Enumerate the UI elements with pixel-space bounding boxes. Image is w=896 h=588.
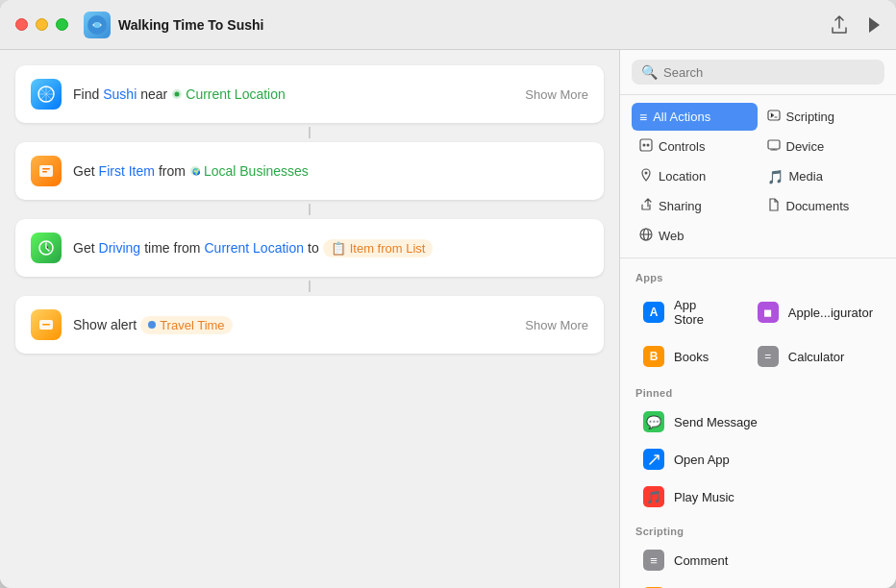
location-icon: [639, 168, 653, 184]
pinned-section-header: Pinned: [620, 378, 896, 403]
get-label: Get: [73, 163, 95, 179]
scripting-icon: [767, 109, 781, 125]
svg-point-16: [647, 144, 650, 147]
category-sharing[interactable]: Sharing: [632, 192, 758, 220]
show-alert-icon: [31, 309, 62, 340]
near-label: near: [140, 86, 167, 102]
search-bar: 🔍: [620, 50, 896, 95]
svg-rect-7: [42, 171, 47, 173]
list-item-app-store[interactable]: A App Store: [628, 290, 740, 334]
category-device[interactable]: Device: [759, 133, 885, 160]
local-businesses-token[interactable]: 🌍 Local Businesses: [189, 163, 309, 179]
send-message-label: Send Message: [674, 415, 758, 429]
apps-section-header: Apps: [620, 262, 896, 287]
maximize-button[interactable]: [56, 18, 68, 31]
scripting-section-header: Scripting: [620, 516, 896, 541]
categories-grid: ≡ All Actions Scripting Controls: [620, 95, 896, 258]
category-web[interactable]: Web: [632, 222, 758, 250]
window-title: Walking Time To Sushi: [118, 17, 263, 33]
get-driving-icon: [31, 233, 62, 263]
current-location-token-2[interactable]: Current Location: [205, 240, 305, 256]
from-label-1: from: [159, 163, 186, 179]
actions-sidebar: 🔍 ≡ All Actions Scripting: [619, 50, 896, 588]
apple-igurator-icon: ◼: [758, 302, 779, 323]
list-item-play-music[interactable]: 🎵 Play Music: [628, 478, 888, 515]
connector-2: [309, 204, 311, 215]
item-from-list-token[interactable]: 📋Item from List: [323, 239, 434, 257]
category-media[interactable]: 🎵 Media: [759, 162, 885, 190]
title-actions: [831, 15, 881, 35]
list-item-books[interactable]: B Books: [628, 338, 740, 375]
device-icon: [767, 138, 781, 155]
close-button[interactable]: [15, 18, 28, 31]
media-label: Media: [789, 169, 823, 184]
open-app-icon: [643, 449, 664, 470]
find-label: Find: [73, 86, 99, 102]
app-store-label: App Store: [674, 298, 725, 327]
get-first-content: Get First Item from 🌍 Local Businesses: [73, 163, 588, 179]
title-bar: Walking Time To Sushi: [0, 0, 896, 50]
documents-icon: [767, 198, 781, 214]
svg-rect-17: [768, 140, 780, 149]
app-icon: [84, 12, 111, 38]
driving-token[interactable]: Driving: [99, 240, 141, 256]
calculator-label: Calculator: [788, 350, 845, 364]
all-actions-icon: ≡: [639, 110, 647, 125]
search-icon: 🔍: [641, 64, 658, 80]
category-documents[interactable]: Documents: [759, 192, 885, 220]
apps-row: A App Store ◼ Apple...igurator B Books =…: [620, 287, 896, 378]
open-app-label: Open App: [674, 453, 730, 467]
svg-point-20: [645, 172, 648, 175]
sharing-icon: [639, 198, 653, 214]
svg-point-15: [643, 144, 646, 147]
sharing-label: Sharing: [659, 199, 702, 213]
scripting-label: Scripting: [786, 110, 835, 124]
device-label: Device: [786, 139, 825, 154]
list-item-comment[interactable]: ≡ Comment: [628, 542, 888, 578]
action-get-first-item: Get First Item from 🌍 Local Businesses: [15, 142, 604, 200]
books-icon: B: [643, 346, 664, 367]
search-input[interactable]: [663, 65, 875, 80]
play-button[interactable]: [867, 16, 881, 34]
search-input-wrapper[interactable]: 🔍: [632, 60, 884, 85]
play-music-label: Play Music: [674, 490, 734, 504]
apple-igurator-label: Apple...igurator: [788, 306, 873, 320]
category-scripting[interactable]: Scripting: [759, 103, 885, 131]
show-more-1[interactable]: Show More: [525, 87, 588, 102]
svg-point-4: [175, 92, 180, 97]
get-driving-content: Get Driving time from Current Location t…: [73, 239, 588, 257]
books-label: Books: [674, 350, 709, 364]
category-controls[interactable]: Controls: [632, 133, 758, 160]
show-alert-label: Show alert: [73, 317, 137, 332]
minimize-button[interactable]: [36, 18, 48, 31]
documents-label: Documents: [786, 199, 850, 213]
svg-rect-6: [42, 168, 50, 170]
current-location-token-1[interactable]: Current Location: [171, 86, 286, 102]
all-actions-label: All Actions: [653, 110, 710, 124]
find-sushi-content: Find Sushi near Current Location: [73, 86, 588, 102]
list-item-calculator[interactable]: = Calculator: [742, 338, 888, 375]
share-button[interactable]: [831, 15, 848, 35]
connector-1: [309, 127, 311, 138]
to-label: to: [308, 240, 319, 256]
list-item-show-result[interactable]: ◼ Show Result: [628, 579, 888, 588]
list-item-open-app[interactable]: Open App: [628, 441, 888, 478]
show-more-2[interactable]: Show More: [525, 318, 588, 332]
travel-time-token[interactable]: Travel Time: [140, 316, 232, 334]
find-sushi-icon: [31, 79, 62, 110]
app-store-icon: A: [643, 302, 664, 323]
category-all-actions[interactable]: ≡ All Actions: [632, 103, 758, 131]
comment-icon: ≡: [643, 550, 664, 571]
send-message-icon: 💬: [643, 411, 664, 432]
first-item-token[interactable]: First Item: [99, 163, 155, 179]
comment-label: Comment: [674, 553, 728, 568]
category-location[interactable]: Location: [632, 162, 758, 190]
play-music-icon: 🎵: [643, 486, 664, 507]
time-from-label: time from: [144, 240, 200, 256]
svg-rect-14: [640, 139, 652, 151]
action-show-alert: Show alert Travel Time Show More: [15, 296, 604, 354]
list-item-apple-igurator[interactable]: ◼ Apple...igurator: [742, 290, 888, 334]
sushi-token[interactable]: Sushi: [103, 86, 137, 102]
web-label: Web: [659, 229, 684, 243]
list-item-send-message[interactable]: 💬 Send Message: [628, 404, 888, 440]
